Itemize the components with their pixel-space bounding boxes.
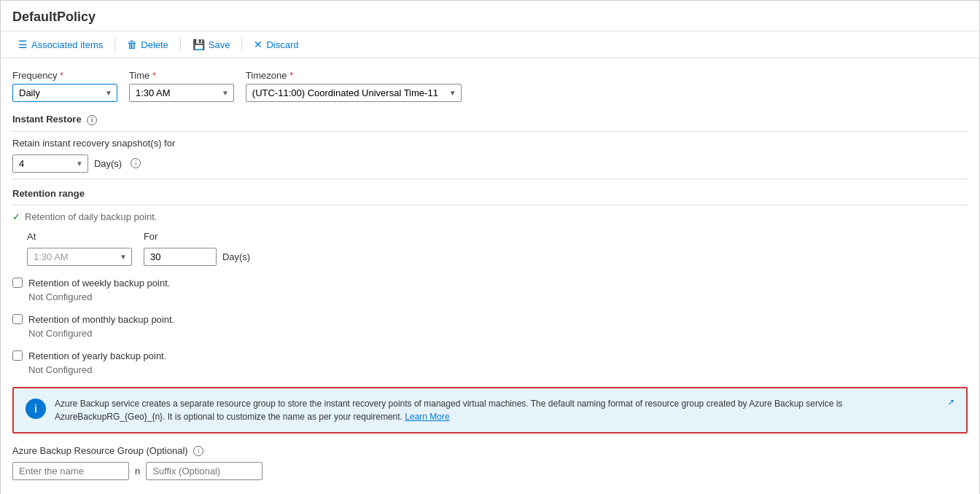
instant-restore-row: 4 1 2 3 5 ▼ Day(s) i <box>12 154 968 173</box>
timezone-required: * <box>289 70 293 81</box>
retention-range-header: Retention range <box>12 188 968 205</box>
azure-backup-rg-section: Azure Backup Resource Group (Optional) i… <box>12 445 968 493</box>
name-input[interactable] <box>12 462 129 480</box>
instant-restore-header: Instant Restore i <box>12 114 968 132</box>
page-container: DefaultPolicy ☰ Associated items 🗑 Delet… <box>0 0 980 494</box>
instant-restore-info-icon[interactable]: i <box>87 115 97 125</box>
yearly-not-configured: Not Configured <box>28 364 968 375</box>
yearly-label: Retention of yearly backup point. <box>28 350 166 361</box>
frequency-select-control: Daily Weekly ▼ <box>12 84 117 102</box>
time-dropdown-arrow: ▼ <box>217 86 233 100</box>
frequency-required: * <box>60 70 63 81</box>
at-for-row: At 1:30 AM ▼ For Day(s) <box>12 231 968 266</box>
timezone-dropdown-arrow: ▼ <box>445 86 461 100</box>
at-dropdown-arrow: ▼ <box>115 250 131 264</box>
info-banner-text: Azure Backup service creates a separate … <box>55 397 933 423</box>
delete-icon: 🗑 <box>127 39 137 50</box>
frequency-group: Frequency * Daily Weekly ▼ <box>12 70 117 102</box>
monthly-not-configured: Not Configured <box>28 328 968 339</box>
at-select-control: 1:30 AM ▼ <box>27 248 132 266</box>
discard-icon: ✕ <box>254 39 262 50</box>
for-unit-label: Day(s) <box>222 251 250 262</box>
timezone-label: Timezone * <box>246 70 462 81</box>
yearly-checkbox[interactable] <box>12 350 23 361</box>
save-button[interactable]: 💾 Save <box>187 36 236 53</box>
time-required: * <box>152 70 156 81</box>
at-group: At 1:30 AM ▼ <box>27 231 132 266</box>
days-select[interactable]: 4 1 2 3 5 <box>13 155 71 172</box>
timezone-group: Timezone * (UTC-11:00) Coordinated Unive… <box>246 70 462 102</box>
for-group: For Day(s) <box>144 231 250 266</box>
azure-backup-rg-info-icon[interactable]: i <box>193 446 203 456</box>
daily-check-icon: ✓ <box>12 211 20 222</box>
time-select[interactable]: 1:30 AM 2:00 AM 3:00 AM <box>130 85 217 101</box>
toolbar-separator <box>114 37 115 52</box>
suffix-input[interactable] <box>146 462 262 480</box>
discard-button[interactable]: ✕ Discard <box>248 36 304 53</box>
learn-more-link[interactable]: Learn More <box>405 412 449 422</box>
toolbar: ☰ Associated items 🗑 Delete 💾 Save ✕ Dis… <box>1 31 979 58</box>
external-link-icon[interactable]: ↗ <box>947 397 954 407</box>
instant-restore-section: Instant Restore i Retain instant recover… <box>12 114 968 173</box>
monthly-checkbox-row: Retention of monthly backup point. <box>12 314 968 325</box>
at-label: At <box>27 231 132 242</box>
days-info-icon[interactable]: i <box>131 158 141 168</box>
weekly-not-configured: Not Configured <box>28 291 968 302</box>
monthly-checkbox[interactable] <box>12 314 23 324</box>
n-label: n <box>135 466 140 477</box>
time-group: Time * 1:30 AM 2:00 AM 3:00 AM ▼ <box>129 70 234 102</box>
weekly-checkbox[interactable] <box>12 278 23 288</box>
days-unit-label: Day(s) <box>94 158 122 169</box>
delete-button[interactable]: 🗑 Delete <box>121 36 174 53</box>
toolbar-separator-2 <box>180 37 181 52</box>
info-banner: i Azure Backup service creates a separat… <box>12 387 968 434</box>
time-select-control: 1:30 AM 2:00 AM 3:00 AM ▼ <box>129 84 234 102</box>
azure-backup-rg-label: Azure Backup Resource Group (Optional) i <box>12 445 968 457</box>
yearly-checkbox-row: Retention of yearly backup point. <box>12 350 968 361</box>
info-circle-icon: i <box>26 399 46 419</box>
content-area: Frequency * Daily Weekly ▼ Time * <box>1 58 979 494</box>
save-icon: 💾 <box>192 39 205 50</box>
at-select[interactable]: 1:30 AM <box>28 248 115 265</box>
toolbar-separator-3 <box>241 37 242 52</box>
list-icon: ☰ <box>18 39 28 50</box>
timezone-select[interactable]: (UTC-11:00) Coordinated Universal Time-1… <box>246 85 445 101</box>
azure-backup-rg-inputs: n <box>12 462 968 480</box>
timezone-select-control: (UTC-11:00) Coordinated Universal Time-1… <box>246 84 462 102</box>
daily-retention-row: ✓ Retention of daily backup point. <box>12 211 968 222</box>
retention-range-section: Retention range ✓ Retention of daily bac… <box>12 188 968 375</box>
frequency-label: Frequency * <box>12 70 117 81</box>
frequency-dropdown-arrow: ▼ <box>101 86 117 100</box>
weekly-checkbox-row: Retention of weekly backup point. <box>12 278 968 289</box>
time-label: Time * <box>129 70 234 81</box>
weekly-label: Retention of weekly backup point. <box>28 278 170 289</box>
instant-restore-sublabel: Retain instant recovery snapshot(s) for <box>12 138 968 149</box>
for-label: For <box>144 231 250 242</box>
frequency-select[interactable]: Daily Weekly <box>13 85 101 101</box>
frequency-row: Frequency * Daily Weekly ▼ Time * <box>12 70 968 102</box>
divider-retention <box>12 179 968 179</box>
daily-retention-label: Retention of daily backup point. <box>25 211 157 222</box>
page-title: DefaultPolicy <box>1 1 979 31</box>
for-input[interactable] <box>144 248 217 266</box>
associated-items-button[interactable]: ☰ Associated items <box>12 36 109 53</box>
monthly-label: Retention of monthly backup point. <box>28 314 174 325</box>
days-dropdown-arrow: ▼ <box>71 157 88 170</box>
days-select-control: 4 1 2 3 5 ▼ <box>12 154 88 173</box>
